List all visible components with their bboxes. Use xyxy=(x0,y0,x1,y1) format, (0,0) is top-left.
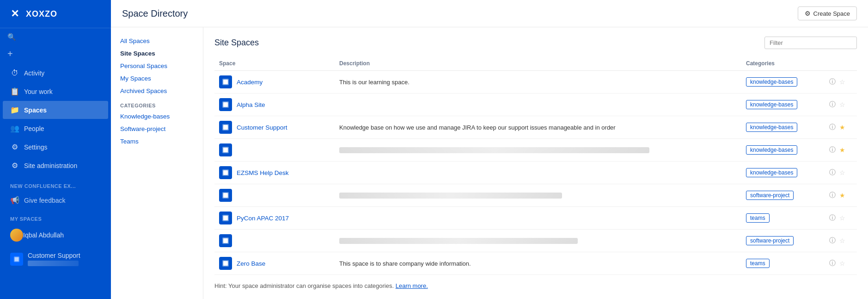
space-link[interactable]: Academy xyxy=(237,79,263,86)
hint-message: Hint: Your space administrator can organ… xyxy=(214,282,394,289)
space-name-cell: Zero Base xyxy=(214,252,335,275)
settings-icon: ⚙ xyxy=(10,143,19,151)
space-actions-cell: ⓘ ☆ xyxy=(825,207,857,230)
space-desc-cell xyxy=(335,139,741,162)
nav-cat-software-project[interactable]: Software-project xyxy=(111,123,203,135)
site-admin-icon: ⚙ xyxy=(10,161,19,170)
filter-input[interactable] xyxy=(764,37,857,49)
nav-personal-spaces[interactable]: Personal Spaces xyxy=(111,60,203,72)
info-icon[interactable]: ⓘ xyxy=(829,191,836,199)
space-icon xyxy=(219,212,232,224)
give-feedback-button[interactable]: 📢 Give feedback xyxy=(3,191,108,209)
svg-rect-19 xyxy=(223,261,228,266)
space-link[interactable]: Alpha Site xyxy=(237,101,265,108)
space-icon xyxy=(219,189,232,202)
info-icon[interactable]: ⓘ xyxy=(829,100,836,109)
create-space-button[interactable]: ⚙ Create Space xyxy=(798,6,857,20)
svg-rect-9 xyxy=(223,148,228,152)
space-icon xyxy=(219,234,232,247)
space-list-title: Site Spaces xyxy=(214,38,259,48)
sidebar-item-people[interactable]: 👥 People xyxy=(3,119,108,137)
sidebar-item-your-work[interactable]: 📋 Your work xyxy=(3,82,108,100)
category-badge[interactable]: knowledge-bases xyxy=(746,77,797,87)
sidebar-space-info: Customer Support xyxy=(28,252,80,266)
space-link[interactable]: Zero Base xyxy=(237,260,265,267)
avatar xyxy=(10,229,23,242)
blurred-desc xyxy=(339,193,562,199)
svg-rect-5 xyxy=(223,102,228,107)
col-header-space: Space xyxy=(214,56,335,71)
col-header-actions xyxy=(825,56,857,71)
space-desc-cell: Knowledge base on how we use and manage … xyxy=(335,116,741,139)
sidebar-item-settings[interactable]: ⚙ Settings xyxy=(3,138,108,156)
star-icon[interactable]: ★ xyxy=(839,192,845,199)
space-link[interactable]: EZSMS Help Desk xyxy=(237,169,289,176)
space-icon xyxy=(219,166,232,179)
star-icon[interactable]: ☆ xyxy=(839,101,845,108)
star-icon[interactable]: ☆ xyxy=(839,214,845,222)
space-link[interactable]: PyCon APAC 2017 xyxy=(237,215,289,222)
sidebar-space-blurred xyxy=(28,261,79,266)
sidebar-item-site-admin[interactable]: ⚙ Site administration xyxy=(3,156,108,174)
table-row: Academy This is our learning space. know… xyxy=(214,71,857,93)
space-name-cell xyxy=(214,184,335,207)
info-icon[interactable]: ⓘ xyxy=(829,146,836,154)
table-row: Zero Base This space is to share company… xyxy=(214,252,857,275)
space-desc-cell: This space is to share company wide info… xyxy=(335,252,741,275)
search-trigger[interactable]: 🔍 xyxy=(0,28,111,46)
space-cat-cell: teams xyxy=(741,207,825,230)
hint-link[interactable]: Learn more. xyxy=(396,282,428,289)
sidebar-item-customer-support[interactable]: Customer Support xyxy=(3,247,108,271)
category-badge[interactable]: knowledge-bases xyxy=(746,123,797,132)
star-icon[interactable]: ☆ xyxy=(839,78,845,86)
sidebar-item-spaces[interactable]: 📁 Spaces xyxy=(3,101,108,119)
sidebar-space-name: Customer Support xyxy=(28,252,80,259)
info-icon[interactable]: ⓘ xyxy=(829,214,836,222)
star-icon[interactable]: ★ xyxy=(839,124,845,131)
nav-cat-knowledge-bases[interactable]: Knowledge-bases xyxy=(111,110,203,123)
megaphone-icon: 📢 xyxy=(10,196,19,205)
nav-all-spaces[interactable]: All Spaces xyxy=(111,35,203,47)
info-icon[interactable]: ⓘ xyxy=(829,168,836,177)
sidebar-item-activity[interactable]: ⏱ Activity xyxy=(3,64,108,82)
info-icon[interactable]: ⓘ xyxy=(829,123,836,131)
page-title: Space Directory xyxy=(122,8,188,19)
star-icon[interactable]: ☆ xyxy=(839,169,845,176)
info-icon[interactable]: ⓘ xyxy=(829,237,836,245)
info-icon[interactable]: ⓘ xyxy=(829,259,836,268)
nav-my-spaces[interactable]: My Spaces xyxy=(111,72,203,85)
space-actions-cell: ⓘ ☆ xyxy=(825,162,857,184)
space-name-cell: Customer Support xyxy=(214,116,335,139)
nav-archived-spaces[interactable]: Archived Spaces xyxy=(111,85,203,97)
category-badge[interactable]: knowledge-bases xyxy=(746,145,797,155)
svg-rect-11 xyxy=(223,170,228,175)
space-actions-cell: ⓘ ★ xyxy=(825,139,857,162)
star-icon[interactable]: ★ xyxy=(839,146,845,154)
category-badge[interactable]: teams xyxy=(746,213,770,223)
category-badge[interactable]: teams xyxy=(746,259,770,268)
category-badge[interactable]: software-project xyxy=(746,236,794,245)
add-button[interactable]: + xyxy=(0,46,111,62)
space-desc-cell xyxy=(335,162,741,184)
blurred-desc xyxy=(339,238,578,244)
space-cat-cell: teams xyxy=(741,252,825,275)
space-cat-cell: software-project xyxy=(741,230,825,252)
space-icon xyxy=(219,75,232,88)
space-link[interactable]: Customer Support xyxy=(237,124,287,131)
space-icon xyxy=(219,257,232,270)
category-badge[interactable]: knowledge-bases xyxy=(746,168,797,177)
logo-icon: ✕ xyxy=(7,6,22,21)
sidebar-item-iqbal[interactable]: Iqbal Abdullah xyxy=(3,224,108,246)
category-badge[interactable]: software-project xyxy=(746,191,794,200)
sidebar-header: ✕ XOXZO xyxy=(0,0,111,28)
category-badge[interactable]: knowledge-bases xyxy=(746,100,797,109)
nav-site-spaces[interactable]: Site Spaces xyxy=(111,47,203,60)
nav-cat-teams[interactable]: Teams xyxy=(111,135,203,148)
star-icon[interactable]: ☆ xyxy=(839,237,845,244)
space-icon xyxy=(10,253,23,266)
space-desc-cell xyxy=(335,230,741,252)
space-cat-cell: knowledge-bases xyxy=(741,93,825,116)
star-icon[interactable]: ☆ xyxy=(839,260,845,267)
new-confluence-label: NEW CONFLUENCE EX... xyxy=(0,177,111,191)
info-icon[interactable]: ⓘ xyxy=(829,78,836,86)
